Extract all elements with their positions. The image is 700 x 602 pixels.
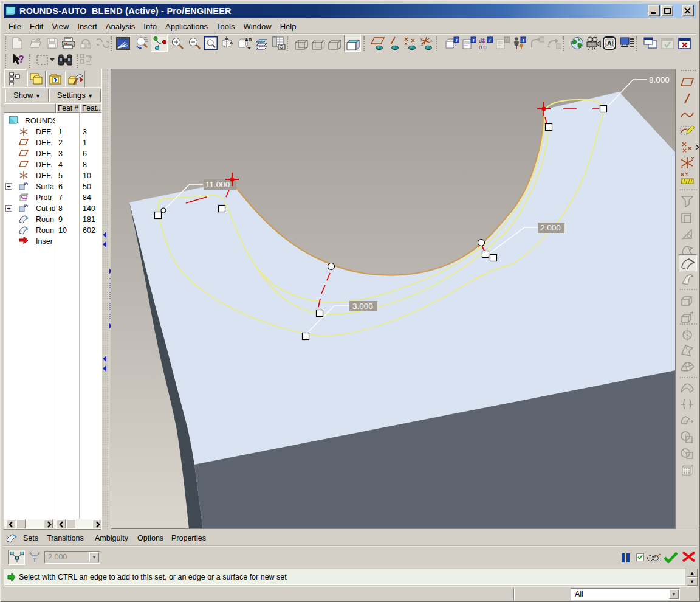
svg-text:y: y xyxy=(420,36,423,41)
svg-text:z: z xyxy=(421,42,424,46)
svg-text:?: ? xyxy=(18,54,24,64)
svg-text:0.0: 0.0 xyxy=(479,44,487,50)
svg-text:AB: AB xyxy=(245,37,252,43)
svg-text:x: x xyxy=(430,38,433,43)
svg-text:2.000: 2.000 xyxy=(540,223,561,232)
svg-text:3.000: 3.000 xyxy=(352,302,373,311)
svg-text:8.000: 8.000 xyxy=(649,75,670,85)
svg-text:11.000: 11.000 xyxy=(205,180,230,189)
svg-text:A: A xyxy=(607,40,612,47)
